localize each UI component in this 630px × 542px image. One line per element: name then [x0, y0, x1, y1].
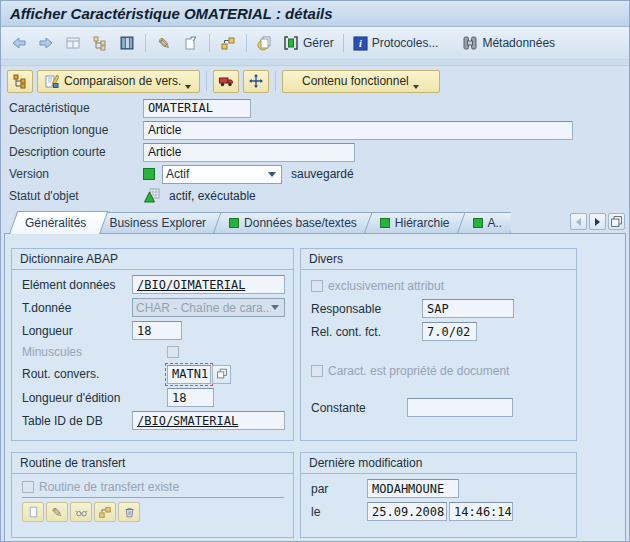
- routine-delete-button[interactable]: [118, 502, 140, 522]
- derniere-modification-groupbox: Dernière modification par MODAHMOUNE le …: [300, 452, 577, 538]
- transport-truck-button[interactable]: [213, 70, 239, 93]
- header-form: Caractéristique OMATERIAL Description lo…: [1, 96, 629, 208]
- routine-existe-label: Routine de transfert existe: [39, 480, 179, 494]
- glasses-icon: [74, 506, 89, 519]
- rel-cont-fct-field[interactable]: 7.0/02: [422, 322, 477, 341]
- propriete-document-checkbox[interactable]: [311, 365, 323, 377]
- display-change-button[interactable]: ✎: [152, 31, 176, 55]
- version-status-text: sauvegardé: [291, 167, 354, 181]
- contenu-label: Contenu fonctionnel: [302, 74, 409, 88]
- toolbar-separator: [145, 34, 146, 52]
- rout-convers-row: Rout. convers. MATN1: [12, 362, 293, 386]
- table-icon: [65, 35, 81, 51]
- hierarchy-button[interactable]: [88, 31, 112, 55]
- version-select[interactable]: Actif: [162, 165, 282, 184]
- dictionnaire-abap-title: Dictionnaire ABAP: [12, 249, 293, 270]
- routine-transfert-groupbox: Routine de transfert Routine de transfer…: [11, 452, 294, 538]
- responsable-field[interactable]: SAP: [422, 299, 514, 318]
- description-longue-label: Description longue: [9, 123, 143, 137]
- responsable-label: Responsable: [311, 302, 422, 316]
- statut-objet-label: Statut d'objet: [9, 189, 143, 203]
- description-longue-row: Description longue Article: [1, 119, 629, 141]
- modif-date-field[interactable]: 25.09.2008: [367, 502, 447, 521]
- longueur-field[interactable]: 18: [132, 321, 182, 340]
- trash-icon: [123, 505, 136, 519]
- constante-field[interactable]: [407, 398, 513, 417]
- statut-objet-row: Statut d'objet actif, exécutable: [1, 185, 629, 207]
- routine-existe-row: Routine de transfert existe: [22, 477, 284, 498]
- t-donnee-select[interactable]: CHAR - Chaîne de cara...: [132, 298, 285, 317]
- table-id-db-field[interactable]: /BIO/SMATERIAL: [132, 411, 285, 430]
- green-status-icon: [380, 218, 390, 228]
- version-selected-value: Actif: [166, 167, 189, 181]
- toolbar-separator: [209, 34, 210, 52]
- modif-par-field[interactable]: MODAHMOUNE: [367, 479, 459, 498]
- minuscules-row: Minuscules: [12, 342, 293, 362]
- modif-time-field[interactable]: 14:46:14: [449, 502, 513, 521]
- metadonnees-button[interactable]: Métadonnées: [459, 31, 558, 55]
- comparaison-versions-button[interactable]: Comparaison de vers.: [37, 70, 200, 93]
- back-button[interactable]: [7, 31, 31, 55]
- transport-connection-button[interactable]: [216, 31, 240, 55]
- contenu-fonctionnel-button[interactable]: Contenu fonctionnel: [282, 70, 440, 93]
- green-led-icon: [143, 168, 155, 180]
- move-arrows-icon: [248, 73, 264, 89]
- green-status-icon: [473, 218, 483, 228]
- routine-display-button[interactable]: [70, 502, 92, 522]
- propriete-document-label: Caract. est propriété de document: [328, 364, 509, 378]
- description-longue-field[interactable]: Article: [143, 121, 573, 140]
- tab-generalites[interactable]: Généralités: [9, 211, 100, 234]
- rout-convers-detail-button[interactable]: [212, 365, 231, 384]
- sap-window: Afficher Caractéristique OMATERIAL : dét…: [0, 0, 630, 542]
- left-triangle-icon: [576, 218, 581, 226]
- forward-button[interactable]: [34, 31, 58, 55]
- exclusivement-attribut-checkbox[interactable]: [311, 280, 323, 292]
- standard-toolbar: ✎ Gérer i Protocoles... Métadonnées: [1, 27, 629, 60]
- copy-object-button[interactable]: [179, 31, 203, 55]
- back-arrow-icon: [11, 35, 27, 51]
- apptoolbar-separator: [206, 71, 207, 91]
- tab-business-explorer-label: Business Explorer: [109, 216, 206, 230]
- transport-icon: [220, 35, 236, 51]
- comparaison-label: Comparaison de vers.: [64, 74, 181, 88]
- tab-scroll-right-button[interactable]: [589, 213, 606, 230]
- overview-button[interactable]: [61, 31, 85, 55]
- pencil-icon: ✎: [158, 36, 171, 51]
- divers-groupbox: Divers exclusivement attribut Responsabl…: [300, 248, 577, 441]
- caracteristique-field[interactable]: OMATERIAL: [143, 99, 251, 118]
- element-donnees-row: Elément données /BIO/OIMATERIAL: [12, 273, 293, 296]
- tab-scroll-controls: [570, 213, 625, 230]
- gerer-button[interactable]: Gérer: [280, 31, 337, 55]
- responsable-row: Responsable SAP: [301, 297, 576, 320]
- hierarchy-tree-button[interactable]: [7, 70, 33, 93]
- description-courte-row: Description courte Article: [1, 141, 629, 163]
- routine-create-button[interactable]: [22, 502, 44, 522]
- manage-brackets-icon: [283, 35, 299, 51]
- tab-donnees-base-textes[interactable]: Données base/textes: [213, 212, 371, 233]
- compare-doc-icon: [44, 73, 60, 89]
- derniere-modification-title: Dernière modification: [301, 453, 576, 474]
- minuscules-checkbox[interactable]: [167, 346, 179, 358]
- element-donnees-field[interactable]: /BIO/OIMATERIAL: [132, 275, 285, 294]
- application-toolbar: Comparaison de vers. Contenu fonctionnel: [1, 66, 629, 96]
- protocoles-button[interactable]: i Protocoles...: [350, 31, 442, 55]
- tab-hierarchie[interactable]: Hiérarchie: [364, 212, 464, 233]
- right-triangle-icon: [595, 218, 600, 226]
- routine-transport-button[interactable]: [94, 502, 116, 522]
- routine-existe-checkbox[interactable]: [22, 481, 34, 493]
- propriete-document-row: Caract. est propriété de document: [301, 359, 576, 382]
- move-object-button[interactable]: [243, 70, 269, 93]
- tab-business-explorer[interactable]: Business Explorer: [93, 212, 220, 233]
- routine-button-row: ✎: [12, 502, 293, 522]
- rout-convers-label: Rout. convers.: [22, 367, 132, 381]
- tab-scroll-left-button[interactable]: [570, 213, 587, 230]
- longueur-edition-field[interactable]: 18: [167, 388, 214, 407]
- rout-convers-field[interactable]: MATN1: [167, 365, 211, 384]
- grid-view-button[interactable]: [115, 31, 139, 55]
- routine-edit-button[interactable]: ✎: [46, 502, 68, 522]
- description-courte-field[interactable]: Article: [143, 143, 355, 162]
- tab-overview-button[interactable]: [608, 213, 625, 230]
- gerer-label: Gérer: [303, 36, 334, 50]
- copy-button[interactable]: [253, 31, 277, 55]
- tab-attributs-truncated[interactable]: A..: [457, 212, 511, 233]
